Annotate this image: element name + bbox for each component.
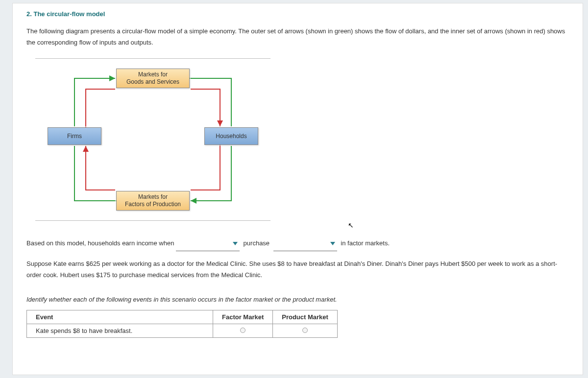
col-product-market: Product Market (273, 310, 338, 324)
circular-flow-diagram: Markets for Goods and Services Firms Hou… (35, 58, 270, 221)
identify-instruction: Identify whether each of the following e… (26, 294, 569, 305)
box-firms: Firms (48, 127, 101, 145)
col-factor-market: Factor Market (213, 310, 273, 324)
dropdown-blank-2[interactable] (273, 236, 337, 251)
event-cell: Kate spends $8 to have breakfast. (27, 324, 213, 338)
scenario-paragraph: Suppose Kate earns $625 per week working… (26, 258, 569, 281)
dropdown-blank-1[interactable] (176, 236, 240, 251)
table-row: Kate spends $8 to have breakfast. (27, 324, 338, 338)
chevron-down-icon (233, 242, 238, 245)
cursor-icon: ↖ (348, 221, 354, 229)
sentence-part1: Based on this model, households earn inc… (26, 239, 174, 247)
chevron-down-icon (330, 242, 335, 245)
box-markets-factors: Markets for Factors of Production (116, 191, 190, 211)
event-table: Event Factor Market Product Market Kate … (26, 310, 338, 338)
box-households: Households (204, 127, 258, 145)
col-event: Event (27, 310, 213, 324)
intro-paragraph: The following diagram presents a circula… (26, 25, 569, 48)
sentence-part2: purchase (244, 239, 270, 247)
sentence-part3: in factor markets. (341, 239, 390, 247)
radio-product-market[interactable] (302, 328, 308, 333)
box-markets-goods: Markets for Goods and Services (116, 69, 190, 88)
question-heading: 2. The circular-flow model (26, 10, 569, 18)
radio-factor-market[interactable] (240, 328, 245, 333)
fill-in-sentence: Based on this model, households earn inc… (26, 236, 569, 251)
